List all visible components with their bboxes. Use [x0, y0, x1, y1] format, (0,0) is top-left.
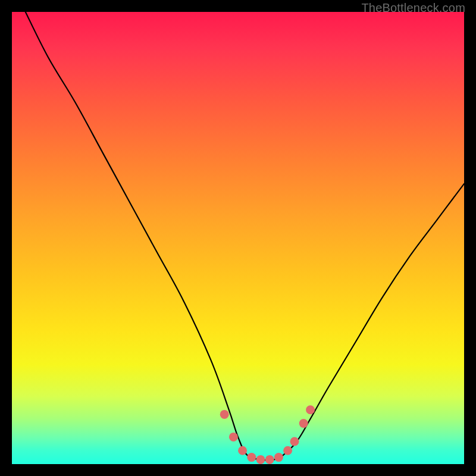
chart-frame: TheBottleneck.com: [0, 0, 476, 476]
curve-svg: [12, 12, 464, 464]
highlight-dot: [274, 453, 283, 462]
bottleneck-curve: [26, 12, 464, 460]
highlight-dot: [299, 419, 308, 428]
highlight-dot: [220, 410, 229, 419]
highlight-dot: [283, 446, 292, 455]
highlight-dot: [238, 446, 247, 455]
highlight-dot: [290, 437, 299, 446]
highlight-dot: [265, 455, 274, 464]
highlight-dot: [256, 455, 265, 464]
highlight-dot: [247, 453, 256, 462]
highlight-dot: [229, 433, 238, 441]
plot-area: [12, 12, 464, 464]
highlight-dot: [306, 405, 315, 414]
